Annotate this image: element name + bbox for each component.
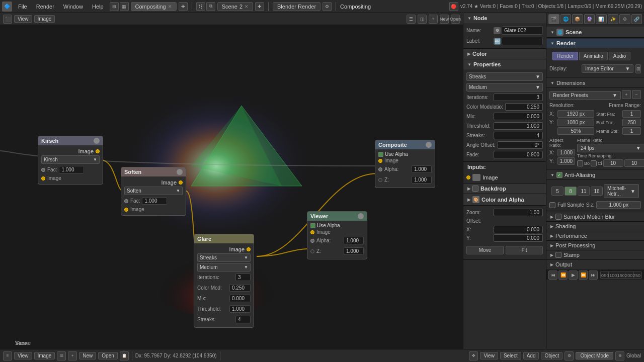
type-dropdown[interactable]: Streaks ▼ (466, 72, 543, 81)
view-btn[interactable]: View (14, 15, 32, 23)
bottom-image-btn[interactable]: Image (34, 352, 55, 359)
aa-5[interactable]: 5 (551, 187, 564, 196)
link-icon[interactable]: ⛓ (196, 2, 205, 11)
comp-mode-icon[interactable]: ⬛ (3, 15, 12, 24)
bottom-icon-4[interactable]: ⚙ (565, 351, 574, 360)
dimensions-header[interactable]: ▼ Dimensions (546, 78, 644, 88)
render-tab[interactable]: Render (552, 52, 578, 60)
constraints-icon-btn[interactable]: 🔗 (631, 14, 642, 24)
backdrop-header[interactable]: ▶ Backdrop (463, 184, 546, 194)
bottom-icon-1[interactable]: ☰ (57, 351, 66, 360)
engine-settings[interactable]: ⚙ (323, 2, 332, 11)
display-dropdown[interactable]: Image Editor ▼ (582, 64, 633, 73)
aa-16[interactable]: 16 (591, 187, 603, 196)
aa-header[interactable]: ▼ ✓ Anti-Aliasing (546, 170, 644, 180)
soften-image-socket-out[interactable] (179, 180, 183, 185)
motion-blur-row[interactable]: ▶ Sampled Motion Blur (546, 212, 644, 222)
bottom-new-btn[interactable]: New (79, 352, 96, 359)
composite-z-value[interactable]: 1.000 (412, 176, 432, 184)
x-res-value[interactable]: 1920 px (557, 110, 594, 118)
percent-value[interactable]: 50% (557, 127, 594, 135)
window-menu[interactable]: Window (59, 3, 87, 11)
close-compositing-tab[interactable]: ✕ (168, 4, 172, 9)
composite-alpha-socket[interactable] (378, 167, 382, 171)
glare-type-dropdown[interactable]: Streaks ▼ (197, 253, 251, 262)
presets-remove[interactable]: − (632, 90, 641, 99)
bottom-add-btn[interactable]: Add (523, 352, 539, 359)
soften-close[interactable] (177, 169, 183, 175)
bottom-object-btn[interactable]: Object (541, 352, 562, 359)
backdrop-checkbox[interactable] (472, 186, 478, 192)
display-extra[interactable]: ⊞ (635, 64, 641, 73)
render-menu[interactable]: Render (32, 3, 58, 11)
physics-icon-btn[interactable]: ⚙ (619, 14, 630, 24)
filter-dropdown[interactable]: Mitchell-Netr... ▼ (604, 184, 639, 198)
glare-iterations-value[interactable]: 3 (235, 274, 251, 281)
grid-icon[interactable]: ⊞ (110, 2, 119, 11)
stamp-checkbox[interactable] (555, 252, 561, 258)
file-menu[interactable]: File (14, 3, 31, 11)
move-btn[interactable]: Move (466, 246, 504, 254)
viewer-use-alpha[interactable]: Use Alpha (310, 223, 364, 228)
comp-icon-2[interactable]: ◫ (418, 15, 427, 24)
object-mode-btn[interactable]: Object Mode (576, 352, 613, 359)
material-icon-btn[interactable]: 🔮 (584, 14, 595, 24)
scene-icon-btn[interactable]: 🌐 (560, 14, 572, 24)
comp-open[interactable]: Open (451, 15, 460, 24)
scene-section-header[interactable]: ▼ 🌐 Scene (546, 27, 644, 37)
close-scene-tab[interactable]: ✕ (245, 4, 249, 9)
kirsch-image-socket-out[interactable] (96, 149, 100, 153)
end-frame-value[interactable]: 250 (622, 119, 641, 126)
composite-node[interactable]: Composite Use Alpha Image Alpha: (375, 140, 435, 188)
y-offset-value[interactable]: 0.000 (494, 234, 543, 242)
aa-checkbox[interactable]: ✓ (556, 172, 562, 178)
render-icon[interactable]: 🔴 (449, 2, 458, 11)
soften-node[interactable]: Soften Image Soften ▼ Fac: 1.0 (121, 167, 186, 216)
composite-z-socket[interactable] (378, 178, 382, 182)
zoom-value[interactable]: 1.00 (494, 209, 543, 216)
output-row[interactable]: ▶ Output (546, 260, 644, 269)
kirsch-type-dropdown[interactable]: Kirsch ▼ (41, 155, 100, 164)
size-value[interactable]: 1.000 px (596, 201, 641, 209)
bottom-menu-icon[interactable]: ≡ (3, 351, 12, 360)
scene-tab[interactable]: Scene 2 ✕ (217, 2, 253, 11)
node-section-header[interactable]: ▼ Node (463, 13, 546, 23)
timeline-play[interactable]: ▶ (569, 270, 578, 280)
compositing-tab[interactable]: Compositing ✕ (131, 2, 177, 11)
help-menu[interactable]: Help (88, 3, 108, 11)
viewer-alpha-checkbox[interactable] (310, 223, 315, 228)
color-mod-value[interactable]: 0.250 (505, 103, 543, 111)
aa-11[interactable]: 11 (578, 187, 590, 196)
aspect-x-value[interactable]: 1.000 (557, 149, 575, 156)
presets-add[interactable]: + (622, 90, 631, 99)
split-icon[interactable]: ⧉ (206, 2, 215, 11)
particles-icon-btn[interactable]: ✨ (608, 14, 619, 24)
ci-checkbox[interactable] (591, 160, 597, 166)
object-icon-btn[interactable]: 📦 (572, 14, 583, 24)
compositor-canvas[interactable]: Kirsch Image Kirsch ▼ Fac: 1.0 (0, 25, 463, 349)
comp-icon-1[interactable]: ☰ (407, 15, 416, 24)
color-section-header[interactable]: ▶ Color (463, 49, 546, 59)
start-frame-value[interactable]: 1 (622, 110, 641, 118)
data-icon-btn[interactable]: 📊 (596, 14, 607, 24)
kirsch-fac-socket[interactable] (41, 168, 45, 172)
render-engine-selector[interactable]: Blender Render (273, 2, 320, 11)
comp-new[interactable]: New (440, 15, 449, 24)
bottom-view-btn2[interactable]: View (480, 352, 498, 359)
glare-image-socket-out[interactable] (247, 247, 251, 251)
fade-value[interactable]: 0.900 (494, 151, 543, 158)
frame-step-value[interactable]: 1 (622, 127, 641, 135)
remap-bo-val[interactable]: 10 (603, 159, 623, 167)
viewer-z-value[interactable]: 1.000 (344, 247, 364, 255)
soften-image-socket[interactable] (124, 208, 128, 212)
viewer-node[interactable]: Viewer Use Alpha Image Alpha: (307, 211, 367, 259)
glare-node[interactable]: Glare Image Streaks ▼ Medium ▼ (194, 234, 254, 328)
viewer-close[interactable] (358, 213, 364, 219)
image-btn[interactable]: Image (34, 15, 55, 23)
composite-close[interactable] (426, 142, 432, 148)
viewer-z-socket[interactable] (310, 249, 314, 253)
aspect-y-value[interactable]: 1.000 (557, 157, 575, 165)
bo-checkbox[interactable] (577, 160, 583, 166)
audio-tab[interactable]: Audio (609, 52, 631, 60)
glare-mix-value[interactable]: 0.000 (229, 295, 251, 302)
